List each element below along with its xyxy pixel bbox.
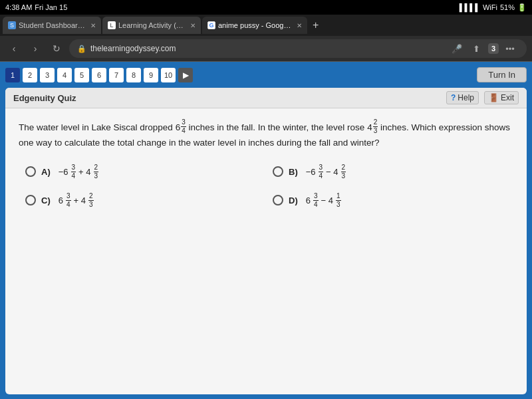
help-label: Help [458,93,474,102]
status-bar: 4:38 AM Fri Jan 15 ▌▌▌▌ WiFi 51% 🔋 [0,0,532,15]
exit-icon: 🚪 [489,93,499,102]
tab-close-2[interactable]: ✕ [190,22,196,29]
mixed-num-2: 423 [367,119,378,136]
option-b[interactable]: B) −634 − 423 [273,164,507,180]
option-a-expr: −634 + 423 [59,164,98,180]
tab-label-2: Learning Activity (#M71 [118,21,185,29]
more-button[interactable]: ••• [501,40,519,57]
question-num-6[interactable]: 6 [92,68,106,82]
quiz-body: The water level in Lake Siscal dropped 6… [5,108,527,394]
option-c-expr: 634 + 423 [59,192,94,209]
more-icon: ••• [505,44,515,54]
share-button[interactable]: ⬆ [468,40,485,57]
radio-d[interactable] [273,195,283,205]
question-num-5[interactable]: 5 [74,68,89,82]
tab-bar: S Student Dashboard - Ti ✕ L Learning Ac… [0,15,532,36]
tab-close-3[interactable]: ✕ [297,22,302,29]
option-a[interactable]: A) −634 + 423 [25,164,259,180]
back-button[interactable]: ‹ [5,40,23,57]
radio-a[interactable] [25,166,36,177]
question-num-10[interactable]: 10 [161,68,176,82]
question-num-8[interactable]: 8 [126,68,141,82]
tab-favicon-1: S [8,21,16,29]
help-button[interactable]: ? Help [446,91,479,104]
status-right: ▌▌▌▌ WiFi 51% 🔋 [460,3,527,12]
tab-close-1[interactable]: ✕ [90,22,96,29]
option-d-expr: 634 − 413 [306,192,341,209]
question-nav: 1 2 3 4 5 6 7 8 9 10 ▶ Turn In [5,67,527,82]
tab-label-3: anime pussy - Google Se [218,21,291,29]
option-c[interactable]: C) 634 + 423 [25,192,259,209]
question-num-9[interactable]: 9 [144,68,158,82]
tab-count-badge[interactable]: 3 [488,43,499,54]
tab-favicon-3: G [207,21,215,29]
status-date: Fri Jan 15 [35,3,67,11]
battery-indicator: 51% [500,3,515,11]
battery-icon: 🔋 [517,3,527,12]
tab-learning-activity[interactable]: L Learning Activity (#M71 ✕ [102,17,201,34]
signal-icon: ▌▌▌▌ [460,3,480,11]
mixed-num-1: 634 [176,119,186,136]
tab-favicon-2: L [108,21,116,29]
exit-label: Exit [501,93,514,102]
tab-anime-pussy[interactable]: G anime pussy - Google Se ✕ [202,17,307,34]
forward-button[interactable]: › [27,40,44,57]
quiz-title: Edgenuity Quiz [13,93,76,103]
address-bar[interactable]: 🔒 thelearningodyssey.com 🎤 ⬆ 3 ••• [69,39,527,58]
address-bar-row: ‹ › ↻ 🔒 thelearningodyssey.com 🎤 ⬆ 3 ••• [0,36,532,61]
option-b-label: B) [289,167,298,177]
main-content: 1 2 3 4 5 6 7 8 9 10 ▶ Turn In Edgenuity… [0,62,532,399]
exit-button[interactable]: 🚪 Exit [484,91,519,104]
question-num-4[interactable]: 4 [57,68,72,82]
address-actions: 🎤 ⬆ 3 ••• [448,40,519,57]
wifi-icon: WiFi [483,3,497,11]
forward-icon: › [34,43,37,54]
question-nav-arrow[interactable]: ▶ [178,68,193,82]
refresh-icon: ↻ [53,43,61,54]
answer-options: A) −634 + 423 B) −634 − 423 [19,164,513,209]
radio-c[interactable] [25,195,36,205]
status-left: 4:38 AM Fri Jan 15 [5,3,67,11]
tab-label-1: Student Dashboard - Ti [19,21,85,29]
turn-in-button[interactable]: Turn In [477,67,527,82]
question-text: The water level in Lake Siscal dropped 6… [19,119,513,150]
lock-icon: 🔒 [77,45,86,53]
quiz-header-actions: ? Help 🚪 Exit [446,91,519,104]
radio-b[interactable] [273,166,283,177]
question-num-7[interactable]: 7 [109,68,124,82]
option-d[interactable]: D) 634 − 413 [273,192,507,209]
quiz-container: Edgenuity Quiz ? Help 🚪 Exit The water l… [5,88,527,394]
tab-student-dashboard[interactable]: S Student Dashboard - Ti ✕ [3,17,101,34]
option-d-label: D) [289,196,298,205]
browser-chrome: S Student Dashboard - Ti ✕ L Learning Ac… [0,15,532,62]
url-text: thelearningodyssey.com [90,44,176,53]
option-b-expr: −634 − 423 [306,164,346,180]
back-icon: ‹ [13,43,16,54]
status-time: 4:38 AM [5,3,32,11]
quiz-header: Edgenuity Quiz ? Help 🚪 Exit [5,88,527,108]
share-icon: ⬆ [473,44,480,54]
question-num-1[interactable]: 1 [5,68,20,82]
option-a-label: A) [41,167,51,177]
help-icon: ? [451,93,456,102]
microphone-icon: 🎤 [452,44,462,54]
question-num-2[interactable]: 2 [23,68,37,82]
option-c-label: C) [41,196,51,205]
microphone-button[interactable]: 🎤 [448,40,466,57]
question-num-3[interactable]: 3 [40,68,55,82]
new-tab-button[interactable]: + [309,19,323,31]
refresh-button[interactable]: ↻ [48,40,65,57]
